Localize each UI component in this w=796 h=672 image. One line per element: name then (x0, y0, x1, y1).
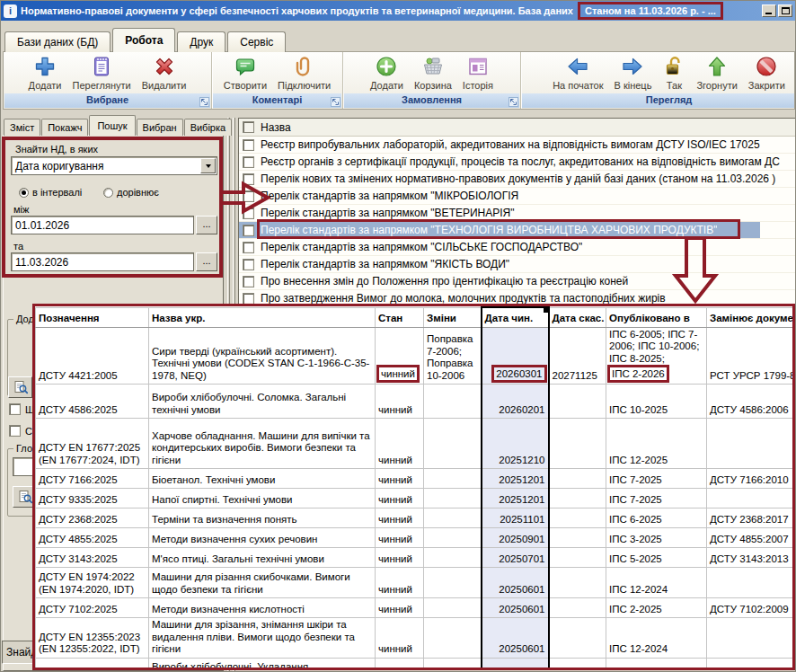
dialog-launcher-icon[interactable] (509, 97, 518, 107)
row-checkbox[interactable] (243, 225, 254, 236)
maximize-button[interactable] (778, 4, 792, 17)
list-item-label: Перелік стандартів за напрямком "МІКРОБІ… (261, 190, 518, 202)
add-order-button[interactable]: Додати (367, 53, 407, 91)
column-header[interactable]: Назва укр. (149, 307, 376, 327)
cell-date-effective: 20250901 (482, 528, 549, 548)
go-start-button[interactable]: На початок (549, 53, 606, 91)
tab-index[interactable]: Покажч (41, 119, 88, 136)
radio-interval[interactable]: в інтервалі (19, 187, 82, 198)
published-text: ІПС 12-2024 (609, 584, 668, 595)
row-checkbox[interactable] (243, 190, 254, 202)
cell-replaces: ДСТУ 2368:2017 (707, 508, 793, 528)
table-row[interactable]: ДСТУ 4586:2025Вироби хлібобулочні. Солом… (36, 385, 793, 419)
table-row[interactable]: ДСТУ 2368:2025Терміни та визначення поня… (36, 508, 793, 528)
combo-dropdown-button[interactable] (200, 158, 216, 173)
table-row[interactable]: ДСТУ 7102:2025Методи визначення кислотно… (36, 598, 793, 618)
tab-contents[interactable]: Зміст (4, 119, 40, 136)
attach-comment-button[interactable]: Підключити (274, 53, 334, 91)
list-item[interactable]: Перелік стандартів за напрямком "СІЛЬСЬК… (239, 239, 796, 256)
radio-unselected-icon (103, 188, 113, 198)
cell-changes (424, 528, 482, 548)
published-text: ІПС 6-2025 (609, 514, 662, 525)
column-header[interactable]: Позначення (36, 307, 149, 327)
checkbox-sh[interactable]: Ш (9, 403, 34, 415)
date-to-browse-button[interactable]: ... (196, 252, 217, 271)
basket-button[interactable]: Корзина (411, 53, 455, 91)
column-header[interactable]: Опубліковано в (606, 307, 707, 327)
row-checkbox[interactable] (243, 276, 254, 287)
list-item-label: Перелік стандартів за напрямком "ТЕХНОЛО… (261, 224, 717, 236)
cell-designation: ДСТУ 2368:2025 (36, 508, 149, 528)
view-favorite-button[interactable]: Переглянути (69, 53, 135, 91)
list-item[interactable]: Перелік нових та змінених нормативно-пра… (239, 171, 796, 188)
row-checkbox[interactable] (243, 242, 254, 253)
create-comment-button[interactable]: Створити (220, 53, 270, 91)
add-circle-icon (375, 55, 398, 78)
column-header[interactable]: Стан (376, 307, 424, 327)
row-checkbox[interactable] (243, 208, 254, 219)
search-criteria-select[interactable]: Дата коригування (11, 156, 217, 175)
table-row[interactable]: ДСТУ EN 17677:2025 (EN 17677:2024, IDT)Х… (36, 419, 793, 469)
column-header[interactable]: Дата скас. (549, 307, 606, 327)
table-row[interactable]: ДСТУ EN 1974:2022 (EN 1974:2020, IDT)Маш… (36, 568, 793, 598)
cell-designation: ДСТУ 4421:2005 (36, 327, 149, 385)
table-row[interactable]: ДСТУ 4421:2005Сири тверді (український а… (36, 327, 793, 385)
tab-search[interactable]: Пошук (89, 115, 135, 136)
checkbox-s[interactable]: С (9, 425, 32, 437)
column-header[interactable]: Зміни (424, 307, 482, 327)
table-row[interactable]: Вироби хлібобулочні. Укладання, (36, 658, 793, 670)
delete-x-icon (153, 55, 176, 78)
list-item[interactable]: Перелік стандартів за напрямком "ВЕТЕРИН… (239, 205, 796, 222)
delete-favorite-button[interactable]: Видалити (138, 53, 190, 91)
published-text: ІПС 6-2005; ІПС 7-2006; ІПС 10-2006; ІПС… (609, 329, 699, 364)
table-row[interactable]: ДСТУ 9335:2025Напої спиртні. Технічні ум… (36, 489, 793, 508)
date-from-input[interactable]: 01.01.2026 (11, 216, 194, 234)
history-button[interactable]: Історія (459, 53, 497, 91)
tab-databases[interactable]: Бази даних (БД) (4, 31, 111, 52)
table-row[interactable]: ДСТУ EN 12355:2023 (EN 12355:2022, IDT)М… (36, 618, 793, 659)
cell-name: Біоетанол. Технічні умови (149, 469, 376, 489)
list-item[interactable]: Реєстр випробувальних лабораторій, акред… (239, 137, 796, 154)
go-end-button[interactable]: В кінець (611, 53, 656, 91)
select-all-checkbox[interactable] (243, 121, 254, 133)
row-checkbox[interactable] (243, 173, 254, 185)
ribbon-group: На початокВ кінецьТакЗгорнутиЗакритиПере… (521, 52, 795, 109)
radio-equals[interactable]: дорівнює (103, 187, 159, 198)
list-item[interactable]: Перелік стандартів за напрямком "МІКРОБІ… (239, 188, 796, 205)
minimize-button[interactable] (762, 4, 776, 17)
cell-state: чинний (376, 469, 424, 489)
list-item[interactable]: Про внесення змін до Положення про ідент… (239, 273, 796, 290)
list-item[interactable]: Перелік стандартів за напрямком "ТЕХНОЛО… (239, 222, 796, 239)
row-checkbox[interactable] (243, 259, 254, 270)
yes-button[interactable]: Так (659, 53, 689, 91)
table-row[interactable]: ДСТУ 4855:2025Методи визначення сухих ре… (36, 528, 793, 548)
date-to-input[interactable]: 11.03.2026 (11, 252, 194, 271)
table-row[interactable]: ДСТУ 3143:2025М'ясо птиці. Загальні техн… (36, 548, 793, 568)
cell-changes (424, 489, 482, 508)
list-item[interactable]: Реєстр органів з сертифікації продукції,… (239, 154, 796, 171)
dialog-launcher-icon[interactable] (331, 97, 341, 107)
row-checkbox[interactable] (243, 139, 254, 151)
cell-published: ІПС 12-2024 (606, 568, 707, 598)
row-checkbox[interactable] (243, 293, 254, 305)
dialog-launcher-icon[interactable] (199, 97, 209, 107)
column-header[interactable]: Дата чин. (482, 307, 549, 327)
list-item[interactable]: Перелік стандартів за напрямком "ЯКІСТЬ … (239, 256, 796, 273)
tab-print[interactable]: Друк (177, 31, 226, 52)
tab-chosen[interactable]: Вибран (137, 119, 183, 136)
add-favorite-button[interactable]: Додати (25, 53, 66, 91)
date-from-browse-button[interactable]: ... (196, 216, 217, 234)
ribbon-button-label: Додати (29, 80, 62, 91)
list-header[interactable]: Назва (239, 119, 796, 137)
cell-published: ІПС 12-2024 (606, 618, 707, 659)
row-checkbox[interactable] (243, 156, 254, 168)
search-docs-button[interactable] (8, 376, 32, 398)
document-list: Назва Реєстр випробувальних лабораторій,… (238, 118, 796, 312)
column-header[interactable]: Замінює докумен (707, 307, 793, 327)
tab-work[interactable]: Робота (112, 28, 175, 52)
collapse-button[interactable]: Згорнути (693, 53, 740, 91)
tab-service[interactable]: Сервіс (227, 31, 286, 52)
table-row[interactable]: ДСТУ 7166:2025Біоетанол. Технічні умович… (36, 469, 793, 489)
tab-selection[interactable]: Вибірка (184, 119, 233, 136)
close-button[interactable]: Закрити (745, 53, 789, 91)
